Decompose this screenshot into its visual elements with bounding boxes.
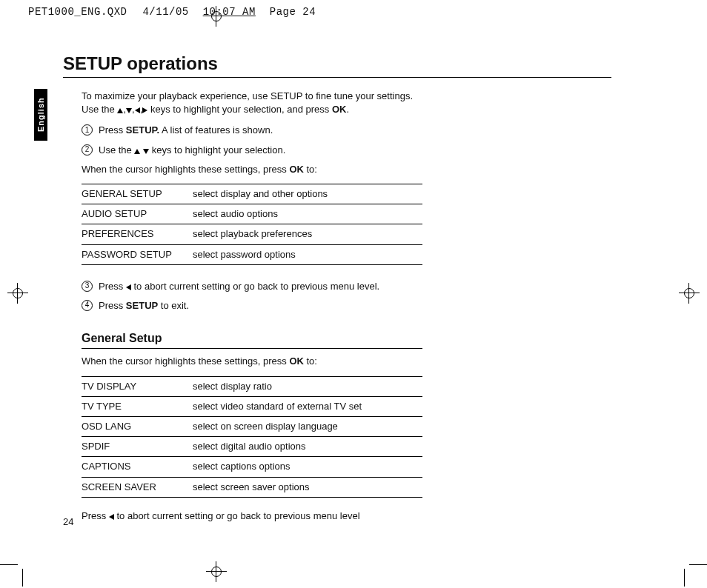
title-rule bbox=[63, 77, 611, 78]
body-text: To maximize your playback experience, us… bbox=[82, 90, 422, 523]
cursor-line-main: When the cursor highlights these setting… bbox=[82, 163, 422, 176]
step-number-1: 1 bbox=[82, 124, 93, 136]
content-column: SETUP operations To maximize your playba… bbox=[63, 53, 611, 530]
registration-mark-icon bbox=[679, 283, 700, 304]
left-arrow-icon bbox=[126, 284, 131, 290]
down-arrow-icon bbox=[126, 108, 132, 113]
table-row: SPDIFselect digital audio options bbox=[82, 437, 422, 457]
table-row: PREFERENCESselect playback preferences bbox=[82, 224, 422, 244]
right-arrow-icon bbox=[142, 107, 147, 113]
step-2: 2 Use the keys to highlight your selecti… bbox=[82, 144, 422, 157]
table-row: OSD LANGselect on screen display languag… bbox=[82, 417, 422, 437]
up-arrow-icon bbox=[117, 108, 123, 113]
page-title: SETUP operations bbox=[63, 53, 611, 74]
step-number-2: 2 bbox=[82, 144, 93, 156]
table-row: SCREEN SAVERselect screen saver options bbox=[82, 477, 422, 497]
registration-mark-icon bbox=[206, 6, 227, 27]
page-number: 24 bbox=[63, 516, 73, 527]
step-1: 1 Press SETUP. A list of features is sho… bbox=[82, 124, 422, 137]
table-row: CAPTIONSselect captions options bbox=[82, 457, 422, 477]
slug-file: PET1000_ENG.QXD bbox=[28, 6, 127, 18]
cursor-line-general: When the cursor highlights these setting… bbox=[82, 355, 422, 368]
general-footer-line: Press to abort current setting or go bac… bbox=[82, 510, 422, 523]
step-4: 4 Press SETUP to exit. bbox=[82, 299, 422, 313]
left-arrow-icon bbox=[109, 514, 114, 520]
slug-page: Page 24 bbox=[270, 6, 316, 18]
language-tab: English bbox=[34, 89, 47, 141]
table-general-setup: TV DISPLAYselect display ratio TV TYPEse… bbox=[82, 376, 422, 498]
page-root: PET1000_ENG.QXD 4/11/05 10:07 AM Page 24… bbox=[0, 0, 707, 588]
slug-line: PET1000_ENG.QXD 4/11/05 10:07 AM Page 24 bbox=[28, 6, 316, 18]
registration-mark-icon bbox=[7, 283, 28, 304]
table-row: TV TYPEselect video standard of external… bbox=[82, 396, 422, 416]
step-number-3: 3 bbox=[82, 281, 93, 292]
step-3: 3 Press to abort current setting or go b… bbox=[82, 280, 422, 293]
registration-mark-icon bbox=[206, 561, 227, 582]
table-row: PASSWORD SETUPselect password options bbox=[82, 244, 422, 264]
intro-paragraph: To maximize your playback experience, us… bbox=[82, 90, 422, 116]
table-row: AUDIO SETUPselect audio options bbox=[82, 204, 422, 224]
step-number-4: 4 bbox=[82, 300, 93, 311]
table-row: GENERAL SETUPselect display and other op… bbox=[82, 184, 422, 204]
left-arrow-icon bbox=[135, 107, 140, 113]
section-rule bbox=[82, 348, 422, 349]
up-arrow-icon bbox=[134, 149, 140, 154]
section-title-general-setup: General Setup bbox=[82, 330, 422, 347]
table-main: GENERAL SETUPselect display and other op… bbox=[82, 184, 422, 265]
table-row: TV DISPLAYselect display ratio bbox=[82, 376, 422, 396]
slug-date: 4/11/05 bbox=[142, 6, 188, 18]
down-arrow-icon bbox=[143, 149, 149, 154]
